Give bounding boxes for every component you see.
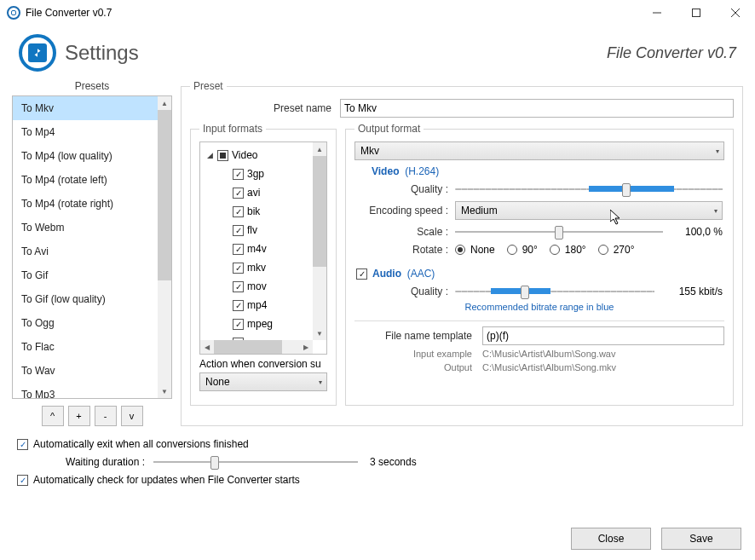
app-icon: [7, 6, 20, 20]
checkbox[interactable]: [233, 206, 244, 217]
waiting-duration-slider[interactable]: [153, 453, 358, 471]
chevron-up-icon[interactable]: ▲: [158, 96, 171, 110]
preset-item[interactable]: To Gif: [13, 263, 158, 287]
move-down-button[interactable]: v: [121, 406, 143, 426]
slider-thumb[interactable]: [521, 286, 529, 299]
video-codec: (H.264): [405, 165, 439, 177]
remove-preset-button[interactable]: -: [95, 406, 117, 426]
scrollbar[interactable]: ▲ ▼: [158, 96, 171, 398]
checkbox[interactable]: [233, 169, 244, 180]
preset-item[interactable]: To Flac: [13, 335, 158, 359]
slider-thumb[interactable]: [210, 456, 219, 470]
scrollbar[interactable]: ▲ ▼: [313, 142, 326, 340]
preset-name-label: Preset name: [190, 102, 340, 114]
filename-template-input[interactable]: [482, 326, 724, 345]
rotate-label: Rotate :: [356, 244, 455, 256]
radio-icon: [455, 245, 465, 255]
checkbox[interactable]: [233, 319, 244, 330]
checkbox[interactable]: [233, 281, 244, 292]
auto-update-checkbox[interactable]: [17, 475, 28, 486]
auto-exit-checkbox[interactable]: [17, 439, 28, 450]
checkbox[interactable]: [233, 300, 244, 311]
preset-item[interactable]: To Ogg: [13, 311, 158, 335]
audio-quality-value: 155 kbit/s: [654, 286, 723, 297]
rotate-option-90[interactable]: 90°: [507, 244, 538, 256]
waiting-duration-label: Waiting duration :: [51, 456, 153, 468]
slider-thumb[interactable]: [555, 226, 563, 240]
checkbox[interactable]: [233, 188, 244, 199]
audio-quality-slider[interactable]: [455, 283, 654, 300]
input-formats-legend: Input formats: [199, 123, 266, 135]
header: Settings File Converter v0.7: [0, 26, 755, 77]
audio-section-title: Audio: [372, 268, 401, 280]
input-example-value: C:\Music\Artist\Album\Song.wav: [482, 349, 616, 359]
scrollbar-thumb[interactable]: [313, 156, 326, 267]
encoding-speed-combo[interactable]: Medium: [455, 201, 723, 220]
scrollbar-thumb[interactable]: [214, 340, 282, 354]
waiting-duration-value: 3 seconds: [358, 456, 417, 468]
scrollbar-horizontal[interactable]: ◀ ▶: [200, 340, 313, 354]
brand-title: File Converter v0.7: [607, 44, 736, 62]
input-formats-tree[interactable]: ◢Video 3gp avi bik flv m4v mkv mov mp4 m…: [200, 142, 313, 340]
checkbox-mixed[interactable]: [217, 150, 228, 161]
logo-icon: [19, 34, 56, 72]
rotate-option-180[interactable]: 180°: [550, 244, 586, 256]
auto-exit-label: Automatically exit when all conversions …: [33, 438, 249, 450]
video-quality-slider[interactable]: [455, 181, 723, 198]
filename-template-label: File name template: [354, 330, 482, 342]
collapse-icon[interactable]: ◢: [205, 151, 214, 159]
rotate-option-270[interactable]: 270°: [598, 244, 635, 256]
scrollbar-thumb[interactable]: [158, 110, 171, 280]
audio-hint: Recommended bitrate range in blue: [356, 302, 723, 312]
chevron-down-icon[interactable]: ▼: [313, 326, 326, 340]
action-combo[interactable]: None: [199, 372, 327, 391]
rotate-option-none[interactable]: None: [455, 244, 495, 256]
preset-item[interactable]: To Mkv: [13, 96, 158, 120]
preset-name-input[interactable]: [340, 99, 734, 118]
chevron-right-icon[interactable]: ▶: [299, 340, 313, 354]
chevron-up-icon[interactable]: ▲: [313, 142, 326, 156]
preset-item[interactable]: To Mp4: [13, 120, 158, 144]
maximize-button[interactable]: [677, 0, 716, 26]
svg-rect-1: [693, 9, 700, 17]
preset-item[interactable]: To Wav: [13, 359, 158, 383]
add-preset-button[interactable]: +: [68, 406, 90, 426]
presets-listbox[interactable]: To Mkv To Mp4 To Mp4 (low quality) To Mp…: [12, 95, 172, 399]
preset-item[interactable]: To Mp4 (low quality): [13, 144, 158, 168]
presets-title: Presets: [12, 80, 172, 92]
scale-slider[interactable]: [455, 223, 663, 240]
output-format-panel: Output format Mkv ▾ Video (H.264) Qualit…: [345, 123, 734, 406]
move-up-button[interactable]: ^: [42, 406, 64, 426]
close-button[interactable]: [716, 0, 755, 26]
minimize-button[interactable]: [637, 0, 677, 26]
input-example-label: Input example: [354, 349, 482, 359]
output-example-value: C:\Music\Artist\Album\Song.mkv: [482, 362, 616, 372]
preset-item[interactable]: To Webm: [13, 216, 158, 240]
output-format-combo[interactable]: Mkv: [354, 141, 724, 160]
close-dialog-button[interactable]: Close: [571, 528, 651, 550]
slider-thumb[interactable]: [622, 183, 631, 197]
preset-item[interactable]: To Mp4 (rotate left): [13, 168, 158, 192]
preset-item[interactable]: To Mp4 (rotate right): [13, 192, 158, 216]
checkbox[interactable]: [233, 244, 244, 255]
audio-quality-label: Quality :: [356, 286, 455, 297]
preset-item[interactable]: To Mp3: [13, 383, 158, 398]
page-title: Settings: [65, 41, 139, 65]
checkbox[interactable]: [233, 263, 244, 274]
window-title: File Converter v0.7: [26, 7, 112, 19]
preset-panel: Preset Preset name Input formats ◢Video …: [181, 80, 743, 426]
output-example-label: Output: [354, 362, 482, 372]
audio-enable-checkbox[interactable]: [356, 268, 367, 280]
audio-codec: (AAC): [407, 268, 435, 280]
preset-item[interactable]: To Avi: [13, 240, 158, 263]
chevron-left-icon[interactable]: ◀: [200, 340, 214, 354]
input-formats-panel: Input formats ◢Video 3gp avi bik flv m4v…: [190, 123, 337, 406]
preset-legend: Preset: [190, 80, 227, 92]
preset-item[interactable]: To Gif (low quality): [13, 287, 158, 311]
action-label: Action when conversion su: [199, 358, 327, 370]
save-button[interactable]: Save: [661, 528, 741, 550]
scale-label: Scale :: [356, 226, 455, 238]
auto-update-label: Automatically check for updates when Fil…: [33, 474, 300, 486]
checkbox[interactable]: [233, 225, 244, 236]
chevron-down-icon[interactable]: ▼: [158, 384, 171, 398]
